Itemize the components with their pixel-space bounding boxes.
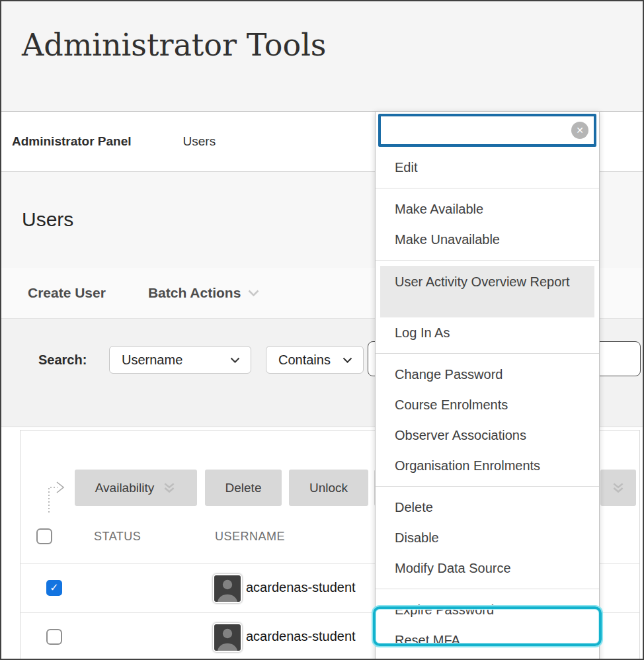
action-button-label: Delete (225, 481, 262, 495)
menu-item-make-available[interactable]: Make Available (376, 194, 599, 224)
avatar (213, 623, 242, 652)
menu-item-user-activity-overview-report[interactable]: User Activity Overview Report (380, 266, 594, 317)
menu-group: Edit (376, 147, 599, 188)
breadcrumb-users: Users (183, 134, 216, 149)
chevron-down-icon (342, 357, 352, 363)
avatar (213, 574, 242, 603)
breadcrumb-admin-panel[interactable]: Administrator Panel (12, 134, 132, 149)
action-button-unlock[interactable]: Unlock (289, 470, 368, 506)
action-button-label: Unlock (309, 481, 348, 495)
menu-item-log-in-as[interactable]: Log In As (376, 317, 599, 348)
double-chevron-down-icon (611, 481, 625, 495)
menu-filter-input[interactable] (378, 114, 596, 147)
search-operator-value: Contains (278, 352, 331, 368)
menu-item-make-unavailable[interactable]: Make Unavailable (376, 224, 599, 255)
user-context-menu: ✕ EditMake AvailableMake UnavailableUser… (375, 111, 600, 660)
action-button-label: Availability (95, 481, 154, 495)
batch-actions-button[interactable]: Batch Actions (148, 285, 259, 301)
menu-item-organisation-enrolments[interactable]: Organisation Enrolments (376, 450, 599, 481)
more-actions-button[interactable] (600, 470, 636, 506)
person-silhouette-icon (214, 575, 241, 602)
create-user-button[interactable]: Create User (28, 285, 106, 301)
clear-icon[interactable]: ✕ (571, 122, 588, 139)
person-silhouette-icon (214, 624, 241, 651)
action-button-delete[interactable]: Delete (205, 470, 282, 506)
row-username[interactable]: acardenas-student (246, 580, 356, 595)
menu-group: User Activity Overview ReportLog In As (376, 260, 599, 353)
apply-to-selected-arrow-icon (45, 479, 69, 514)
admin-tools-window: Administrator Tools Administrator Panel … (0, 0, 644, 660)
menu-item-edit[interactable]: Edit (376, 152, 599, 183)
menu-item-reset-mfa[interactable]: Reset MFA (376, 625, 599, 655)
row-checkbox[interactable]: ✓ (46, 580, 62, 596)
double-chevron-down-icon (162, 481, 177, 495)
search-operator-select[interactable]: Contains (266, 346, 364, 374)
menu-group: Expire PasswordReset MFA (376, 589, 599, 660)
menu-item-delete[interactable]: Delete (376, 492, 599, 522)
menu-item-expire-password[interactable]: Expire Password (376, 595, 599, 625)
chevron-down-icon (248, 290, 259, 297)
select-all-checkbox[interactable] (36, 528, 52, 544)
menu-item-course-enrolments[interactable]: Course Enrolments (376, 390, 599, 420)
batch-actions-label: Batch Actions (148, 285, 241, 301)
menu-item-disable[interactable]: Disable (376, 522, 599, 553)
menu-filter: ✕ (378, 114, 596, 147)
row-username[interactable]: acardenas-student (246, 629, 356, 644)
menu-group: Change PasswordCourse EnrolmentsObserver… (376, 353, 599, 486)
menu-group: DeleteDisableModify Data Source (376, 486, 599, 589)
search-criteria-select[interactable]: Username (109, 346, 251, 374)
menu-item-change-password[interactable]: Change Password (376, 359, 599, 390)
column-header-status: STATUS (94, 530, 141, 544)
column-header-username: USERNAME (215, 530, 285, 544)
search-label: Search: (38, 352, 87, 368)
menu-group: Make AvailableMake Unavailable (376, 188, 599, 260)
action-button-availability[interactable]: Availability (75, 470, 197, 506)
chevron-down-icon (230, 357, 240, 363)
row-checkbox[interactable] (46, 629, 62, 645)
search-criteria-value: Username (122, 352, 182, 368)
menu-item-modify-data-source[interactable]: Modify Data Source (376, 553, 599, 583)
menu-groups: EditMake AvailableMake UnavailableUser A… (376, 147, 599, 660)
page-header: Administrator Tools (1, 1, 643, 112)
menu-item-observer-associations[interactable]: Observer Associations (376, 420, 599, 450)
page-title: Administrator Tools (22, 26, 643, 63)
